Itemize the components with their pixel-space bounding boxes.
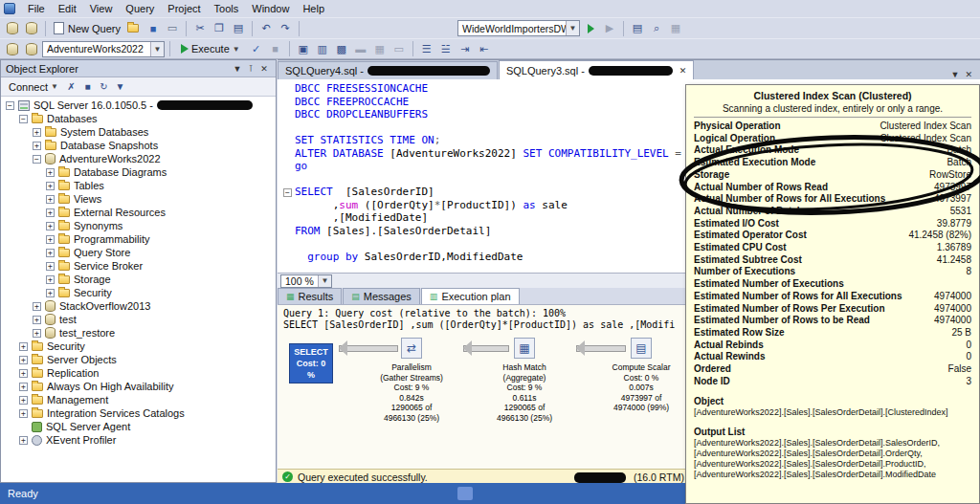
chevron-down-icon[interactable]: ▼ (150, 42, 164, 56)
actual-plan-icon[interactable]: ▩ (333, 40, 350, 57)
menu-item-query[interactable]: Query (119, 2, 161, 15)
tree-item-sql-server-agent[interactable]: SQL Server Agent (1, 420, 276, 433)
close-tab-icon[interactable]: ✕ (679, 66, 687, 76)
tree-item-management[interactable]: +Management (1, 393, 276, 406)
plan-node-select[interactable]: SELECTCost: 0 % (289, 343, 333, 383)
results-to-text-icon[interactable]: ▬ (352, 40, 369, 57)
chevron-down-icon[interactable]: ▼ (318, 275, 331, 287)
tree-item-system-databases[interactable]: +System Databases (1, 125, 276, 139)
expand-icon[interactable]: + (19, 369, 28, 378)
expand-icon[interactable]: + (46, 275, 55, 284)
menu-item-help[interactable]: Help (296, 2, 331, 15)
expand-icon[interactable]: + (33, 302, 41, 311)
expand-icon[interactable]: + (33, 329, 41, 338)
tree-item-service-broker[interactable]: +Service Broker (1, 259, 276, 273)
tab-sqlquery3-sql[interactable]: SQLQuery3.sql -✕ (499, 60, 694, 79)
tree-item-views[interactable]: +Views (1, 192, 276, 206)
tab-messages[interactable]: ▤Messages (343, 288, 420, 304)
expand-icon[interactable]: + (19, 383, 28, 391)
expand-icon[interactable]: + (33, 142, 41, 150)
tree-item-test[interactable]: +test (1, 313, 276, 326)
tree-item-tables[interactable]: +Tables (1, 179, 276, 192)
compute-scalar-icon[interactable]: ▤ (631, 338, 652, 359)
expand-icon[interactable]: + (46, 249, 55, 257)
properties-icon[interactable]: ▦ (667, 20, 684, 37)
parse-icon[interactable]: ✓ (248, 40, 265, 57)
hash-match-icon[interactable]: ▦ (514, 338, 535, 359)
change-connection-icon[interactable] (23, 40, 40, 57)
tree-item-security[interactable]: +Security (1, 286, 276, 299)
expand-icon[interactable]: + (19, 436, 28, 445)
tree-item-adventureworks2022[interactable]: −AdventureWorks2022 (1, 152, 276, 165)
results-to-file-icon[interactable]: ▭ (390, 40, 408, 57)
expand-icon[interactable]: + (19, 342, 28, 351)
tree-item-server-objects[interactable]: +Server Objects (1, 353, 276, 366)
tab-results[interactable]: ▦Results (278, 288, 342, 304)
expand-icon[interactable]: + (19, 356, 28, 364)
chevron-down-icon[interactable]: ▼ (566, 21, 579, 35)
tab-sqlquery4-sql[interactable]: SQLQuery4.sql - (278, 61, 498, 79)
tree-item-database-snapshots[interactable]: +Database Snapshots (1, 139, 276, 152)
tree-item-stackoverflow2013[interactable]: +StackOverflow2013 (1, 299, 276, 313)
menu-item-edit[interactable]: Edit (52, 2, 83, 15)
tree-item-integration-services-catalogs[interactable]: +Integration Services Catalogs (1, 406, 276, 420)
parallelism-icon[interactable]: ⇄ (401, 338, 422, 359)
new-query-button[interactable]: New Query (51, 20, 123, 37)
expand-icon[interactable]: + (46, 182, 55, 190)
plan-node-parallelism[interactable]: Parallelism(Gather Streams)Cost: 9 %0.84… (359, 362, 464, 423)
expand-icon[interactable]: + (46, 235, 55, 244)
plan-node-compute-scalar[interactable]: Compute ScalarCost: 0 %0.007s4973997 of4… (589, 362, 694, 413)
expand-icon[interactable]: + (19, 409, 28, 418)
database-back-icon[interactable] (4, 20, 21, 37)
results-to-grid-icon[interactable]: ▦ (371, 40, 389, 57)
menu-item-file[interactable]: File (21, 2, 52, 15)
database-forward-icon[interactable] (23, 20, 40, 37)
collapse-icon[interactable]: − (19, 115, 28, 123)
tree-item-security[interactable]: +Security (1, 340, 276, 353)
collapse-icon[interactable]: − (6, 101, 14, 110)
refresh-icon[interactable]: ↻ (97, 79, 111, 94)
pin-icon[interactable]: ⊺ (244, 62, 257, 76)
redo-icon[interactable]: ↷ (277, 20, 294, 37)
stop-icon[interactable]: ■ (80, 79, 95, 94)
document-list-icon[interactable]: ▼ (951, 70, 960, 79)
chevron-down-icon[interactable]: ▼ (231, 62, 244, 76)
collapse-region-icon[interactable]: − (283, 188, 292, 197)
execute-dropdown-icon[interactable]: ▼ (233, 45, 240, 54)
filter-icon[interactable]: ▼ (113, 79, 127, 94)
tab-execution-plan[interactable]: ▥Execution plan (421, 288, 520, 304)
uncomment-icon[interactable]: ☱ (437, 40, 455, 57)
tree-item-test-restore[interactable]: +test_restore (1, 326, 276, 340)
tree-item-always-on-high-availability[interactable]: +Always On High Availability (1, 380, 276, 393)
tree-item-external-resources[interactable]: +External Resources (1, 206, 276, 219)
expand-icon[interactable]: + (46, 289, 55, 297)
outdent-icon[interactable]: ⇤ (476, 40, 493, 57)
plan-node-hash-match[interactable]: Hash Match(Aggregate)Cost: 9 %0.611s1290… (472, 362, 577, 423)
activity-monitor-icon[interactable]: ▤ (629, 20, 646, 37)
tree-item-storage[interactable]: +Storage (1, 273, 276, 286)
zoom-combobox[interactable]: 100 % ▼ (280, 274, 332, 288)
connect-button[interactable]: Connect ▼ (5, 80, 62, 94)
expand-icon[interactable]: + (33, 316, 41, 324)
execute-shortcut-icon[interactable] (582, 20, 599, 37)
menu-item-project[interactable]: Project (161, 2, 207, 15)
menu-item-view[interactable]: View (83, 2, 120, 15)
comment-icon[interactable]: ☰ (418, 40, 435, 57)
close-document-icon[interactable]: ✕ (965, 70, 972, 79)
tree-item-replication[interactable]: +Replication (1, 366, 276, 380)
cut-icon[interactable]: ✂ (191, 20, 209, 37)
expand-icon[interactable]: + (46, 208, 55, 217)
print-icon[interactable]: ▭ (164, 20, 181, 37)
expand-icon[interactable]: + (46, 262, 55, 271)
tree-item-programmability[interactable]: +Programmability (1, 232, 276, 246)
live-stats-icon[interactable]: ▥ (314, 40, 331, 57)
expand-icon[interactable]: + (33, 128, 41, 137)
tree-item-query-store[interactable]: +Query Store (1, 246, 276, 259)
expand-icon[interactable]: + (19, 396, 28, 405)
estimated-plan-icon[interactable]: ▣ (295, 40, 312, 57)
expand-icon[interactable]: + (46, 168, 55, 177)
menu-item-tools[interactable]: Tools (208, 2, 246, 15)
cancel-query-icon[interactable]: ■ (267, 40, 284, 57)
menu-item-window[interactable]: Window (245, 2, 296, 15)
paste-icon[interactable]: ▤ (230, 20, 247, 37)
